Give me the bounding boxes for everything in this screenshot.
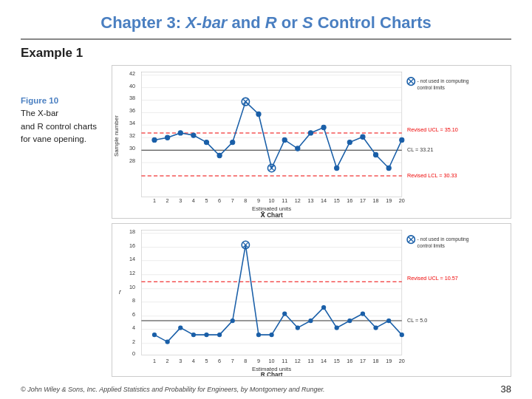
svg-point-60: [321, 125, 326, 129]
content-area: Figure 10 The X-bar and R control charts…: [21, 65, 511, 375]
svg-text:2: 2: [166, 358, 169, 364]
svg-point-46: [191, 133, 196, 137]
svg-text:control limits: control limits: [417, 243, 446, 248]
svg-point-126: [217, 332, 222, 337]
svg-point-47: [204, 140, 208, 144]
svg-text:10: 10: [269, 358, 275, 364]
svg-text:36: 36: [129, 107, 135, 114]
svg-point-139: [361, 312, 365, 316]
svg-text:CL = 5.0: CL = 5.0: [407, 317, 427, 324]
svg-text:Revised LCL = 30.33: Revised LCL = 30.33: [407, 172, 457, 179]
svg-text:20: 20: [399, 197, 405, 204]
title-divider: [21, 38, 511, 40]
charts-area: 42 40 38 36 34 32 30 28: [112, 65, 511, 375]
svg-text:40: 40: [129, 83, 135, 89]
r-chart: 18 16 14 12 10 8 6 4 2 0: [112, 223, 511, 377]
svg-text:15: 15: [334, 358, 340, 364]
svg-text:18: 18: [373, 197, 379, 204]
svg-text:r: r: [119, 288, 122, 296]
svg-text:X̄ Chart: X̄ Chart: [260, 211, 283, 218]
svg-point-43: [152, 137, 157, 142]
figure-line3: for vane opening.: [21, 134, 86, 143]
svg-point-61: [335, 166, 339, 170]
svg-point-124: [191, 332, 196, 337]
figure-line1: The X-bar: [21, 109, 58, 117]
svg-text:12: 12: [129, 270, 135, 276]
svg-text:10: 10: [269, 197, 275, 204]
svg-point-142: [400, 332, 404, 337]
svg-point-137: [335, 326, 339, 330]
svg-text:8: 8: [244, 197, 247, 204]
svg-text:5: 5: [205, 197, 208, 204]
svg-point-49: [231, 140, 235, 144]
svg-text:9: 9: [257, 197, 260, 204]
svg-point-121: [152, 332, 157, 337]
svg-point-127: [231, 318, 235, 323]
xbar-chart: 42 40 38 36 34 32 30 28: [112, 65, 511, 219]
svg-text:14: 14: [321, 358, 327, 364]
svg-text:19: 19: [386, 197, 392, 204]
svg-text:12: 12: [295, 197, 301, 204]
svg-point-122: [166, 340, 170, 344]
svg-text:18: 18: [373, 358, 379, 364]
svg-text:28: 28: [129, 157, 135, 164]
svg-point-141: [386, 318, 391, 323]
svg-text:16: 16: [129, 242, 135, 249]
svg-text:14: 14: [321, 197, 327, 204]
svg-point-140: [373, 326, 378, 330]
footer-text: © John Wiley & Sons, Inc. Applied Statis…: [21, 386, 325, 393]
svg-text:32: 32: [129, 132, 135, 139]
svg-point-48: [217, 153, 222, 157]
svg-text:3: 3: [179, 197, 182, 204]
svg-text:control limits: control limits: [417, 85, 446, 90]
svg-text:1: 1: [153, 358, 156, 364]
svg-text:0: 0: [132, 350, 135, 357]
svg-text:13: 13: [307, 358, 313, 364]
svg-point-45: [178, 131, 183, 135]
svg-point-65: [386, 166, 391, 170]
svg-text:9: 9: [257, 358, 260, 364]
svg-text:CL = 33.21: CL = 33.21: [407, 146, 433, 153]
svg-text:8: 8: [244, 358, 247, 364]
svg-text:8: 8: [132, 297, 135, 304]
figure-number: Figure 10: [21, 96, 58, 105]
svg-text:19: 19: [386, 358, 392, 364]
svg-point-64: [373, 152, 378, 157]
svg-text:3: 3: [179, 358, 182, 364]
svg-text:15: 15: [334, 197, 340, 204]
svg-point-66: [400, 137, 404, 142]
svg-point-63: [361, 134, 365, 139]
svg-text:16: 16: [347, 358, 352, 364]
svg-text:4: 4: [192, 358, 195, 364]
page-title: Chapter 3: X-bar and R or S Control Char…: [21, 13, 511, 33]
svg-point-58: [296, 146, 300, 151]
svg-text:34: 34: [129, 120, 135, 126]
svg-point-133: [282, 312, 287, 316]
svg-text:13: 13: [307, 197, 313, 204]
svg-text:7: 7: [231, 197, 234, 204]
svg-text:10: 10: [129, 284, 135, 290]
svg-text:Revised UCL = 10.57: Revised UCL = 10.57: [407, 275, 458, 282]
svg-text:Sample number: Sample number: [113, 115, 120, 157]
svg-text:7: 7: [231, 358, 234, 364]
svg-point-131: [256, 332, 261, 337]
figure-line2: and R control charts: [21, 122, 97, 131]
svg-point-44: [166, 135, 170, 140]
svg-text:14: 14: [129, 256, 135, 262]
svg-text:2: 2: [132, 338, 135, 345]
svg-point-123: [178, 326, 183, 330]
svg-text:- not used in computing: - not used in computing: [417, 78, 469, 84]
example-label: Example 1: [21, 46, 511, 61]
svg-text:Revised UCL = 35.10: Revised UCL = 35.10: [407, 126, 458, 133]
svg-point-138: [347, 318, 352, 323]
svg-text:16: 16: [347, 197, 352, 204]
svg-point-132: [269, 332, 273, 337]
svg-text:- not used in computing: - not used in computing: [417, 236, 469, 242]
svg-text:11: 11: [282, 358, 287, 364]
svg-point-136: [321, 305, 326, 310]
svg-text:4: 4: [132, 324, 135, 331]
svg-point-53: [256, 112, 261, 116]
svg-text:5: 5: [205, 358, 208, 364]
svg-text:6: 6: [218, 358, 221, 364]
svg-text:42: 42: [129, 70, 135, 77]
